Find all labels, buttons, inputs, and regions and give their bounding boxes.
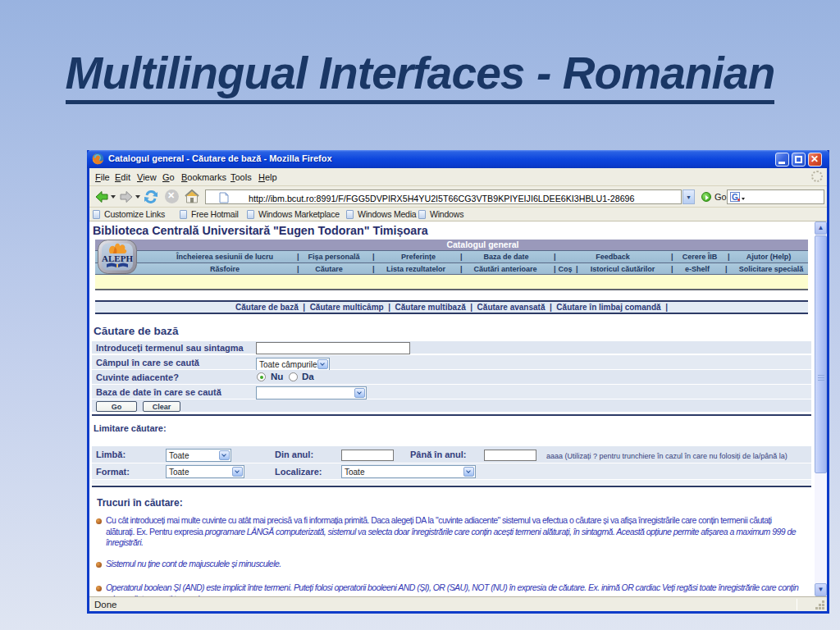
svg-text:ALEPH: ALEPH [102, 253, 133, 263]
